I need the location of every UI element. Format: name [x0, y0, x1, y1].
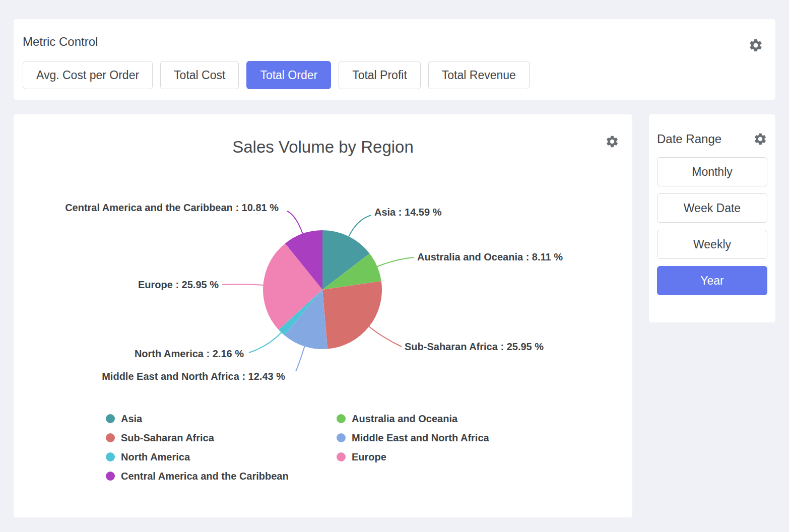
metric-button-avg-cost-per-order[interactable]: Avg. Cost per Order — [23, 61, 153, 89]
pie-label-north-america: North America : 2.16 % — [135, 348, 244, 360]
chart-legend: AsiaAustralia and OceaniaSub-Saharan Afr… — [106, 413, 489, 482]
pie-leader-line-asia — [349, 215, 371, 237]
legend-dot-central-america-and-the-caribbean — [106, 472, 115, 481]
pie-label-asia: Asia : 14.59 % — [374, 206, 441, 218]
legend-label-sub-saharan-africa: Sub-Saharan Africa — [121, 432, 214, 444]
metric-button-total-order[interactable]: Total Order — [246, 61, 331, 89]
date-range-title: Date Range — [657, 131, 721, 147]
pie-label-central-america-and-the-caribbean: Central America and the Caribbean : 10.8… — [65, 202, 279, 214]
legend-item-australia-and-oceania[interactable]: Australia and Oceania — [337, 413, 489, 425]
legend-item-europe[interactable]: Europe — [337, 451, 489, 463]
metric-button-total-cost[interactable]: Total Cost — [160, 61, 239, 89]
legend-dot-australia-and-oceania — [337, 414, 346, 423]
pie-slice-sub-saharan-africa[interactable] — [322, 281, 382, 349]
legend-dot-north-america — [106, 452, 115, 461]
pie-label-europe: Europe : 25.95 % — [138, 279, 219, 291]
date-range-header: Date Range — [657, 131, 767, 147]
legend-label-australia-and-oceania: Australia and Oceania — [352, 413, 457, 425]
main-row: Sales Volume by Region Asia : 14.59 %Aus… — [14, 114, 775, 517]
legend-item-asia[interactable]: Asia — [106, 413, 337, 425]
date-range-card: Date Range MonthlyWeek DateWeeklyYear — [649, 114, 775, 322]
metric-control-card: Metric Control Avg. Cost per OrderTotal … — [14, 19, 775, 100]
legend-item-sub-saharan-africa[interactable]: Sub-Saharan Africa — [106, 432, 337, 444]
legend-dot-asia — [106, 414, 115, 423]
legend-label-central-america-and-the-caribbean: Central America and the Caribbean — [121, 470, 289, 482]
metric-buttons-row: Avg. Cost per OrderTotal CostTotal Order… — [23, 61, 766, 89]
pie-leader-line-europe — [222, 284, 264, 285]
date-range-buttons: MonthlyWeek DateWeeklyYear — [657, 157, 767, 295]
metric-control-title: Metric Control — [23, 34, 766, 49]
legend-item-north-america[interactable]: North America — [106, 451, 337, 463]
legend-label-middle-east-and-north-africa: Middle East and North Africa — [352, 432, 489, 444]
date-range-settings-gear-icon[interactable] — [753, 132, 767, 146]
legend-item-central-america-and-the-caribbean[interactable]: Central America and the Caribbean — [106, 470, 337, 482]
pie-leader-line-middle-east-and-north-africa — [296, 346, 305, 371]
legend-label-north-america: North America — [121, 451, 190, 463]
legend-item-middle-east-and-north-africa[interactable]: Middle East and North Africa — [337, 432, 489, 444]
sales-volume-chart-card: Sales Volume by Region Asia : 14.59 %Aus… — [14, 114, 632, 517]
pie-leader-line-sub-saharan-africa — [369, 326, 402, 347]
date-range-button-monthly[interactable]: Monthly — [657, 157, 767, 186]
pie-label-middle-east-and-north-africa: Middle East and North Africa : 12.43 % — [102, 370, 285, 382]
dashboard-page: Metric Control Avg. Cost per OrderTotal … — [0, 0, 789, 532]
metric-settings-gear-icon[interactable] — [748, 38, 763, 53]
pie-label-australia-and-oceania: Australia and Oceania : 8.11 % — [417, 251, 563, 263]
pie-leader-line-australia-and-oceania — [377, 257, 414, 267]
legend-label-asia: Asia — [121, 413, 142, 425]
date-range-button-year[interactable]: Year — [657, 266, 767, 295]
legend-dot-europe — [337, 452, 346, 461]
metric-button-total-revenue[interactable]: Total Revenue — [428, 61, 530, 89]
pie-leader-line-north-america — [249, 332, 282, 353]
date-range-button-weekly[interactable]: Weekly — [657, 230, 767, 259]
legend-label-europe: Europe — [352, 451, 386, 463]
pie-leader-line-central-america-and-the-caribbean — [287, 211, 303, 234]
legend-dot-middle-east-and-north-africa — [337, 433, 346, 442]
date-range-button-week-date[interactable]: Week Date — [657, 193, 767, 223]
metric-button-total-profit[interactable]: Total Profit — [339, 61, 421, 89]
legend-dot-sub-saharan-africa — [106, 433, 115, 442]
pie-label-sub-saharan-africa: Sub-Saharan Africa : 25.95 % — [405, 341, 544, 353]
